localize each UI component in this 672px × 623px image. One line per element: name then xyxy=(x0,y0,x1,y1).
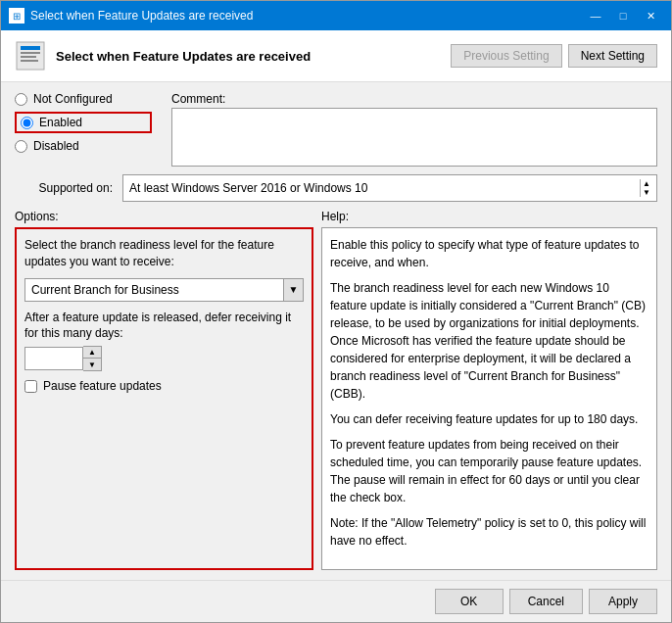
spinner-buttons: ▲ ▼ xyxy=(83,346,102,371)
radio-options: Not Configured Enabled Disabled xyxy=(15,92,152,153)
title-bar: ⊞ Select when Feature Updates are receiv… xyxy=(1,1,671,30)
window-title: Select when Feature Updates are received xyxy=(30,9,253,23)
help-box: Enable this policy to specify what type … xyxy=(321,227,657,570)
dropdown-arrow[interactable]: ▼ xyxy=(284,278,304,302)
defer-input[interactable]: 0 xyxy=(24,347,83,370)
ok-button[interactable]: OK xyxy=(435,589,504,614)
svg-rect-4 xyxy=(21,60,38,62)
dialog-header-title: Select when Feature Updates are received xyxy=(56,49,311,64)
help-para-5: Note: If the "Allow Telemetry" policy is… xyxy=(330,514,648,550)
supported-value-box: At least Windows Server 2016 or Windows … xyxy=(122,174,657,202)
help-para-3: You can defer receiving feature updates … xyxy=(330,410,648,428)
comment-section: Comment: xyxy=(171,92,657,167)
title-bar-left: ⊞ Select when Feature Updates are receiv… xyxy=(9,8,253,24)
cancel-button[interactable]: Cancel xyxy=(509,589,583,614)
svg-rect-2 xyxy=(21,52,40,54)
title-bar-controls: — □ ✕ xyxy=(583,5,663,26)
radio-section: Not Configured Enabled Disabled Comment: xyxy=(15,92,657,167)
help-label: Help: xyxy=(321,210,657,223)
maximize-button[interactable]: □ xyxy=(610,5,636,26)
options-label: Options: xyxy=(15,210,313,223)
pause-checkbox[interactable] xyxy=(24,380,37,393)
previous-setting-button[interactable]: Previous Setting xyxy=(451,44,561,68)
minimize-button[interactable]: — xyxy=(583,5,608,26)
help-para-4: To prevent feature updates from being re… xyxy=(330,436,648,506)
policy-icon xyxy=(15,40,46,72)
main-window: ⊞ Select when Feature Updates are receiv… xyxy=(0,0,672,623)
not-configured-radio[interactable] xyxy=(15,93,27,106)
footer: OK Cancel Apply xyxy=(1,580,671,622)
help-para-1: Enable this policy to specify what type … xyxy=(330,236,648,271)
defer-row: After a feature update is released, defe… xyxy=(24,310,304,372)
content-area: Not Configured Enabled Disabled Comment:… xyxy=(1,82,671,580)
svg-rect-3 xyxy=(21,56,36,58)
help-para-2: The branch readiness level for each new … xyxy=(330,279,648,403)
supported-scroll-down[interactable]: ▼ xyxy=(643,188,650,197)
options-box: Select the branch readiness level for th… xyxy=(15,227,313,570)
defer-label: After a feature update is released, defe… xyxy=(24,310,304,343)
enabled-label: Enabled xyxy=(39,116,82,129)
options-panel: Options: Select the branch readiness lev… xyxy=(15,210,313,570)
help-panel: Help: Enable this policy to specify what… xyxy=(321,210,657,570)
dialog-header: Select when Feature Updates are received… xyxy=(1,30,671,82)
not-configured-label: Not Configured xyxy=(33,92,113,106)
enabled-wrapper: Enabled xyxy=(15,112,152,133)
disabled-label: Disabled xyxy=(33,139,79,153)
enabled-radio[interactable] xyxy=(21,117,33,129)
dropdown-wrapper: Current Branch for Business Current Bran… xyxy=(24,278,304,302)
dialog-header-left: Select when Feature Updates are received xyxy=(15,40,311,72)
comment-label: Comment: xyxy=(171,92,657,106)
pause-checkbox-row: Pause feature updates xyxy=(24,379,304,393)
branch-select[interactable]: Current Branch for Business Current Bran… xyxy=(24,278,284,302)
supported-scroll-up[interactable]: ▲ xyxy=(643,179,650,188)
spinner-wrapper: 0 ▲ ▼ xyxy=(24,346,103,371)
spinner-down[interactable]: ▼ xyxy=(83,359,101,370)
supported-row: Supported on: At least Windows Server 20… xyxy=(15,174,657,202)
spinner-up[interactable]: ▲ xyxy=(83,347,101,359)
svg-rect-1 xyxy=(21,46,40,50)
apply-button[interactable]: Apply xyxy=(589,589,657,614)
window-icon: ⊞ xyxy=(9,8,24,24)
disabled-radio[interactable] xyxy=(15,140,27,153)
close-button[interactable]: ✕ xyxy=(638,5,663,26)
not-configured-option[interactable]: Not Configured xyxy=(15,92,152,106)
next-setting-button[interactable]: Next Setting xyxy=(568,44,657,68)
options-description: Select the branch readiness level for th… xyxy=(24,237,304,270)
supported-value: At least Windows Server 2016 or Windows … xyxy=(129,181,367,195)
header-buttons: Previous Setting Next Setting xyxy=(451,44,657,68)
pause-label: Pause feature updates xyxy=(43,379,162,393)
help-text: Enable this policy to specify what type … xyxy=(330,236,648,550)
main-panels: Options: Select the branch readiness lev… xyxy=(15,210,657,570)
supported-label: Supported on: xyxy=(15,181,113,195)
comment-textarea[interactable] xyxy=(171,108,657,167)
disabled-option[interactable]: Disabled xyxy=(15,139,152,153)
